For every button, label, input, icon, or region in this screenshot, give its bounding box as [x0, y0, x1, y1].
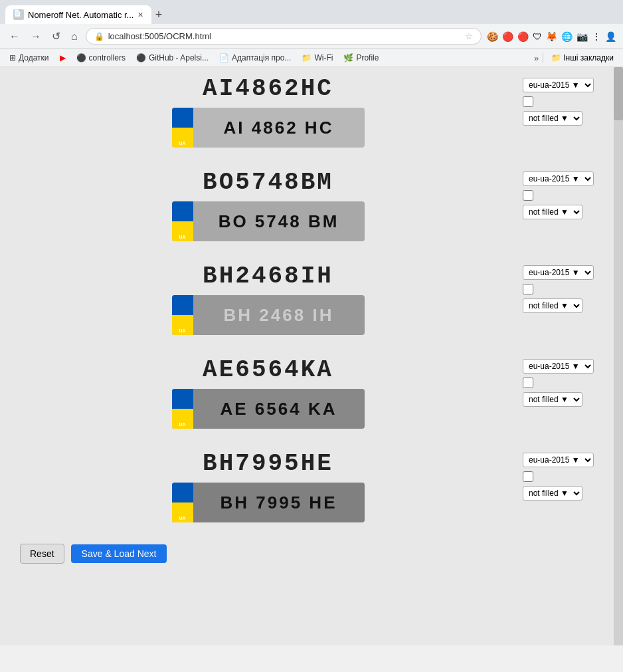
region-select-3[interactable]: eu-ua-2015 ▼ eu-ua-2013 ua-1995 xx-unkno…: [523, 265, 594, 280]
tab-favicon: 📄: [13, 9, 24, 20]
extension-icon-5[interactable]: 🦊: [546, 31, 557, 42]
addons-icon: ⊞: [9, 53, 16, 62]
plate-entry-2: BO5748BM UA BO 5748 BM eu-ua-2015 ▼ eu-u…: [13, 161, 600, 249]
plate-checkbox-3[interactable]: [523, 284, 533, 294]
browser-toolbar-icons: 🍪 🔴 🔴 🛡 🦊 🌐 📷 ⋮ 👤: [487, 31, 616, 42]
other-bookmarks-label: Інші закладки: [563, 53, 614, 62]
adaptacia-label: Адаптація про...: [232, 53, 291, 62]
addons-label: Додатки: [19, 53, 49, 62]
status-select-3[interactable]: not filled ▼ filled skip: [523, 298, 582, 313]
bookmarks-divider: [543, 53, 543, 63]
active-tab[interactable]: 📄 Nomeroff Net. Automatic r... ×: [5, 5, 151, 24]
bottom-buttons: Reset Save & Load Next: [13, 537, 600, 570]
region-select-4[interactable]: eu-ua-2015 ▼ eu-ua-2013 ua-1995 xx-unkno…: [523, 359, 594, 374]
plate-checkbox-1[interactable]: [523, 96, 533, 107]
scrollbar[interactable]: [614, 67, 623, 645]
bookmark-addons[interactable]: ⊞ Додатки: [5, 52, 53, 64]
controllers-label: controllers: [89, 53, 126, 62]
bookmarks-bar: ⊞ Додатки ▶ ⚫ controllers ⚫ GitHub - Ape…: [0, 49, 623, 67]
github-icon-1: ⚫: [76, 53, 86, 62]
plate-text-1: AI4862HC: [20, 75, 516, 102]
bookmark-wifi[interactable]: 📁 Wi-Fi: [298, 52, 337, 64]
wifi-label: Wi-Fi: [314, 53, 333, 62]
back-button[interactable]: ←: [7, 29, 23, 44]
bookmark-adaptacia[interactable]: 📄 Адаптація про...: [215, 52, 295, 64]
plate-main-2: BO5748BM UA BO 5748 BM: [20, 169, 516, 241]
extension-icon-3[interactable]: 🔴: [517, 31, 529, 42]
plate-main-3: BH2468IH UA BH 2468 IH: [20, 263, 516, 335]
plate-text-4: AE6564KA: [20, 356, 516, 384]
plate-checkbox-4[interactable]: [523, 378, 533, 388]
plate-text-2: BO5748BM: [20, 169, 516, 196]
plate-controls-3: eu-ua-2015 ▼ eu-ua-2013 ua-1995 xx-unkno…: [523, 263, 594, 313]
forward-button[interactable]: →: [28, 29, 44, 44]
lock-icon: 🔒: [94, 32, 104, 41]
page-content: AI4862HC UA AI 4862 HC eu-ua-2015 ▼ eu-u…: [0, 67, 623, 645]
bookmark-profile[interactable]: 🌿 Profile: [339, 52, 383, 64]
plate-checkbox-5[interactable]: [523, 471, 533, 482]
extension-icon-7[interactable]: 📷: [577, 31, 588, 42]
new-tab-button[interactable]: +: [155, 8, 163, 22]
status-select-5[interactable]: not filled ▼ filled skip: [523, 486, 582, 501]
plate-text-3: BH2468IH: [20, 263, 516, 290]
plate-entry-3: BH2468IH UA BH 2468 IH eu-ua-2015 ▼ eu-u…: [13, 255, 600, 343]
plate-controls-1: eu-ua-2015 ▼ eu-ua-2013 ua-1995 xx-unkno…: [523, 75, 594, 126]
reset-button[interactable]: Reset: [20, 544, 64, 564]
plate-controls-5: eu-ua-2015 ▼ eu-ua-2013 ua-1995 xx-unkno…: [523, 450, 594, 501]
bookmark-youtube[interactable]: ▶: [56, 52, 70, 64]
youtube-icon: ▶: [60, 53, 66, 62]
region-select-1[interactable]: eu-ua-2015 ▼ eu-ua-2013 ua-1995 xx-unkno…: [523, 78, 594, 92]
content-area: AI4862HC UA AI 4862 HC eu-ua-2015 ▼ eu-u…: [0, 67, 614, 577]
bookmark-star-icon[interactable]: ☆: [465, 31, 473, 41]
region-select-5[interactable]: eu-ua-2015 ▼ eu-ua-2013 ua-1995 xx-unkno…: [523, 453, 594, 467]
wifi-icon: 📁: [302, 53, 312, 62]
bookmark-github-apelsi[interactable]: ⚫ GitHub - Apelsi...: [132, 52, 213, 64]
profile-icon: 🌿: [343, 53, 353, 62]
browser-chrome: 📄 Nomeroff Net. Automatic r... × + ← → ↺…: [0, 0, 623, 645]
address-text: localhost:5005/OCRM.html: [108, 31, 461, 41]
tab-title: Nomeroff Net. Automatic r...: [28, 10, 134, 20]
profile-label: Profile: [356, 53, 379, 62]
plate-checkbox-2[interactable]: [523, 190, 533, 201]
home-button[interactable]: ⌂: [68, 29, 80, 44]
nav-bar: ← → ↺ ⌂ 🔒 localhost:5005/OCRM.html ☆ 🍪 🔴…: [0, 24, 623, 49]
plates-container: AI4862HC UA AI 4862 HC eu-ua-2015 ▼ eu-u…: [13, 67, 600, 530]
extension-icon-4[interactable]: 🛡: [533, 31, 542, 42]
plate-main-5: BH7995HE UA BH 7995 HE: [20, 450, 516, 522]
tab-bar: 📄 Nomeroff Net. Automatic r... × +: [0, 0, 623, 24]
bookmarks-more-button[interactable]: »: [534, 53, 539, 63]
extension-icon-1[interactable]: 🍪: [487, 31, 498, 42]
save-load-next-button[interactable]: Save & Load Next: [71, 544, 167, 563]
extension-icon-6[interactable]: 🌐: [561, 31, 573, 42]
plate-controls-4: eu-ua-2015 ▼ eu-ua-2013 ua-1995 xx-unkno…: [523, 356, 594, 407]
plate-main-1: AI4862HC UA AI 4862 HC: [20, 75, 516, 148]
status-select-4[interactable]: not filled ▼ filled skip: [523, 392, 582, 407]
tab-close-button[interactable]: ×: [137, 9, 143, 20]
refresh-button[interactable]: ↺: [49, 29, 63, 44]
github-apelsi-label: GitHub - Apelsi...: [149, 53, 209, 62]
github-icon-2: ⚫: [136, 53, 146, 62]
extension-icon-2[interactable]: 🔴: [502, 31, 513, 42]
status-select-1[interactable]: not filled ▼ filled skip: [523, 111, 582, 126]
bookmark-controllers[interactable]: ⚫ controllers: [72, 52, 130, 64]
plate-entry-1: AI4862HC UA AI 4862 HC eu-ua-2015 ▼ eu-u…: [13, 67, 600, 156]
plate-main-4: AE6564KA UA AE 6564 KA: [20, 356, 516, 429]
plate-controls-2: eu-ua-2015 ▼ eu-ua-2013 ua-1995 xx-unkno…: [523, 169, 594, 219]
plate-entry-5: BH7995HE UA BH 7995 HE eu-ua-2015 ▼ eu-u…: [13, 442, 600, 530]
plate-entry-4: AE6564KA UA AE 6564 KA eu-ua-2015 ▼ eu-u…: [13, 348, 600, 437]
other-bookmarks-folder[interactable]: 📁 Інші закладки: [547, 52, 618, 64]
adaptacia-icon: 📄: [219, 53, 229, 62]
plate-text-5: BH7995HE: [20, 450, 516, 477]
status-select-2[interactable]: not filled ▼ filled skip: [523, 205, 582, 219]
region-select-2[interactable]: eu-ua-2015 ▼ eu-ua-2013 ua-1995 xx-unkno…: [523, 171, 594, 186]
address-bar[interactable]: 🔒 localhost:5005/OCRM.html ☆: [86, 28, 482, 45]
scrollbar-thumb[interactable]: [614, 67, 623, 120]
folder-icon: 📁: [551, 53, 561, 62]
user-avatar[interactable]: 👤: [605, 31, 616, 42]
browser-menu-button[interactable]: ⋮: [592, 31, 601, 42]
